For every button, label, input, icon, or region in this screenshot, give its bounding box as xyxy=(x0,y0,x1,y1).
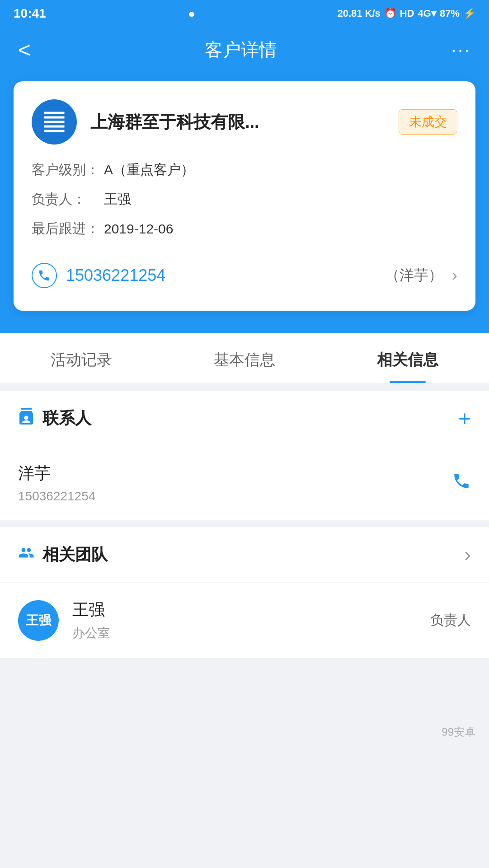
follow-row: 最后跟进： 2019-12-06 xyxy=(32,219,457,238)
tabs-container: 活动记录 基本信息 相关信息 xyxy=(0,333,489,384)
member-name: 王强 xyxy=(72,599,417,621)
owner-value: 王强 xyxy=(104,190,131,209)
phone-row[interactable]: 15036221254 （洋芋） › xyxy=(32,258,457,293)
more-button[interactable]: ··· xyxy=(451,39,471,61)
call-contact-button[interactable] xyxy=(452,471,471,495)
speed-indicator: 20.81 K/s xyxy=(337,8,380,19)
team-member-item: 王强 王强 办公室 负责人 xyxy=(0,583,489,658)
owner-label: 负责人： xyxy=(32,190,104,209)
team-chevron-icon[interactable]: › xyxy=(464,543,471,566)
battery-label: 87% xyxy=(440,8,460,19)
status-badge: 未成交 xyxy=(399,109,457,135)
contact-icon xyxy=(18,408,34,429)
member-role: 负责人 xyxy=(430,611,471,630)
contact-name: 洋芋 xyxy=(18,462,452,485)
member-avatar: 王强 xyxy=(18,600,59,641)
back-button[interactable]: < xyxy=(18,37,31,62)
wechat-icon: ● xyxy=(188,7,195,21)
team-section: 相关团队 › 王强 王强 办公室 负责人 xyxy=(0,527,489,658)
charging-icon: ⚡ xyxy=(463,8,475,19)
phone-icon xyxy=(38,269,51,282)
team-people-icon xyxy=(18,545,34,561)
contact-section: 联系人 + 洋芋 15036221254 xyxy=(0,391,489,520)
tab-basic[interactable]: 基本信息 xyxy=(163,333,326,383)
contact-phone: 15036221254 xyxy=(18,489,452,504)
contact-info: 洋芋 15036221254 xyxy=(18,462,452,504)
follow-value: 2019-12-06 xyxy=(104,221,173,237)
contact-item: 洋芋 15036221254 xyxy=(0,446,489,520)
level-row: 客户级别： A（重点客户） xyxy=(32,161,457,179)
card-divider xyxy=(32,249,457,249)
contact-section-header: 联系人 + xyxy=(0,391,489,446)
status-bar: 10:41 ● 20.81 K/s ⏰ HD 4G▾ 87% ⚡ xyxy=(0,0,489,27)
phone-contact-name: （洋芋） xyxy=(385,266,443,285)
bottom-area: 99安卓 xyxy=(0,658,489,748)
contact-title-group: 联系人 xyxy=(18,407,91,429)
customer-card: 上海群至于科技有限... 未成交 客户级别： A（重点客户） 负责人： 王强 最… xyxy=(14,81,475,311)
level-value: A（重点客户） xyxy=(104,161,194,179)
company-avatar xyxy=(32,99,77,145)
signal-icon: 4G▾ xyxy=(418,8,436,19)
building-icon xyxy=(41,108,68,135)
member-info: 王强 办公室 xyxy=(72,599,417,642)
call-icon xyxy=(452,471,471,490)
team-section-header: 相关团队 › xyxy=(0,527,489,583)
member-dept: 办公室 xyxy=(72,625,417,642)
card-header: 上海群至于科技有限... 未成交 xyxy=(32,99,457,145)
watermark: 99安卓 xyxy=(442,725,475,739)
phone-chevron-icon: › xyxy=(452,266,457,285)
team-icon xyxy=(18,545,34,565)
nav-bar: < 客户详情 ··· xyxy=(0,27,489,72)
status-right: 20.81 K/s ⏰ HD 4G▾ 87% ⚡ xyxy=(337,8,475,19)
team-section-title: 相关团队 xyxy=(42,544,108,566)
contact-section-title: 联系人 xyxy=(42,407,91,429)
phone-number[interactable]: 15036221254 xyxy=(66,266,376,285)
level-label: 客户级别： xyxy=(32,161,104,179)
hd-label: HD xyxy=(400,8,414,19)
status-time: 10:41 xyxy=(14,6,46,21)
company-name: 上海群至于科技有限... xyxy=(90,111,385,134)
add-contact-button[interactable]: + xyxy=(458,408,471,429)
phone-icon-circle xyxy=(32,263,57,288)
watermark-text: 99安卓 xyxy=(442,725,475,739)
tab-related[interactable]: 相关信息 xyxy=(326,333,489,383)
tab-activity[interactable]: 活动记录 xyxy=(0,333,163,383)
owner-row: 负责人： 王强 xyxy=(32,190,457,209)
team-title-group: 相关团队 xyxy=(18,544,108,566)
contacts-icon xyxy=(18,408,34,425)
page-title: 客户详情 xyxy=(205,37,277,62)
alarm-icon: ⏰ xyxy=(384,8,396,19)
follow-label: 最后跟进： xyxy=(32,219,104,238)
blue-background: 上海群至于科技有限... 未成交 客户级别： A（重点客户） 负责人： 王强 最… xyxy=(0,72,489,333)
